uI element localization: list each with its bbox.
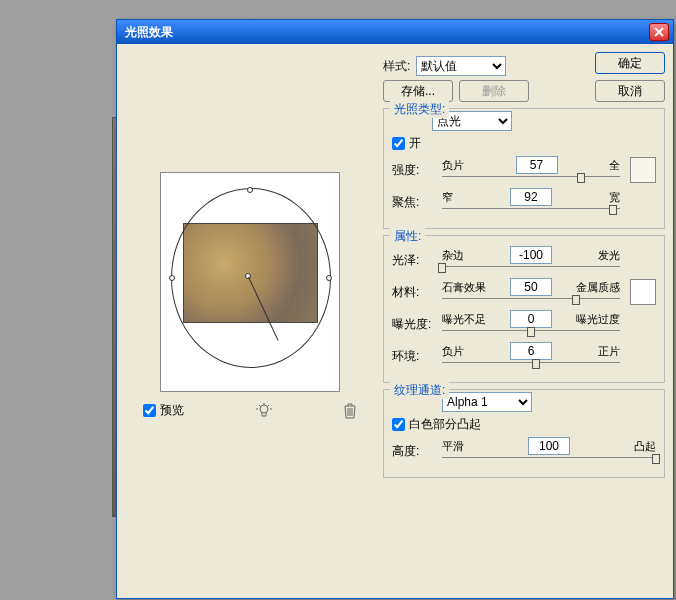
focus-left: 窄: [442, 190, 453, 205]
ambience-right: 正片: [598, 344, 620, 359]
intensity-slider[interactable]: [442, 176, 620, 184]
light-on-label: 开: [409, 135, 421, 152]
dialog-title: 光照效果: [125, 24, 649, 41]
light-on-checkbox[interactable]: 开: [392, 135, 656, 152]
focus-label: 聚焦:: [392, 194, 436, 211]
ambient-color-swatch[interactable]: [630, 279, 656, 305]
material-value[interactable]: [510, 278, 552, 296]
intensity-label: 强度:: [392, 162, 436, 179]
properties-legend: 属性:: [390, 228, 425, 245]
light-ellipse[interactable]: [171, 188, 331, 368]
preview-check-input[interactable]: [143, 404, 156, 417]
light-color-swatch[interactable]: [630, 157, 656, 183]
save-button[interactable]: 存储...: [383, 80, 453, 102]
focus-value[interactable]: [510, 188, 552, 206]
lighting-effects-dialog: 光照效果 预览: [116, 19, 674, 599]
exposure-slider[interactable]: [442, 330, 620, 338]
ambience-label: 环境:: [392, 348, 436, 365]
ok-button[interactable]: 确定: [595, 52, 665, 74]
intensity-right: 全: [609, 158, 620, 173]
ellipse-handle[interactable]: [169, 275, 175, 281]
ambience-value[interactable]: [510, 342, 552, 360]
titlebar[interactable]: 光照效果: [117, 20, 673, 44]
intensity-value[interactable]: [516, 156, 558, 174]
delete-light-icon[interactable]: [343, 403, 357, 419]
gloss-right: 发光: [598, 248, 620, 263]
gloss-label: 光泽:: [392, 252, 436, 269]
ambience-slider[interactable]: [442, 362, 620, 370]
preview-canvas[interactable]: [160, 172, 340, 392]
ellipse-handle[interactable]: [247, 187, 253, 193]
light-type-legend: 光照类型:: [390, 101, 449, 118]
gloss-left: 杂边: [442, 248, 464, 263]
close-icon: [654, 27, 664, 37]
material-slider[interactable]: [442, 298, 620, 306]
new-light-icon[interactable]: [256, 403, 272, 419]
height-value[interactable]: [528, 437, 570, 455]
style-select[interactable]: 默认值: [416, 56, 506, 76]
white-high-checkbox[interactable]: 白色部分凸起: [392, 416, 656, 433]
material-left: 石膏效果: [442, 280, 486, 295]
material-right: 金属质感: [576, 280, 620, 295]
texture-channel-select[interactable]: Alpha 1: [442, 392, 532, 412]
focus-slider[interactable]: [442, 208, 620, 216]
style-label: 样式:: [383, 58, 410, 75]
delete-button[interactable]: 删除: [459, 80, 529, 102]
texture-group: 纹理通道: Alpha 1 白色部分凸起 高度: 平滑: [383, 389, 665, 478]
height-left: 平滑: [442, 439, 464, 454]
svg-point-0: [260, 405, 268, 413]
cancel-button[interactable]: 取消: [595, 80, 665, 102]
texture-legend: 纹理通道:: [390, 382, 449, 399]
light-type-group: 光照类型: 点光 开 强度: 负片 全: [383, 108, 665, 229]
height-label: 高度:: [392, 443, 436, 460]
preview-checkbox[interactable]: 预览: [143, 402, 184, 419]
gloss-slider[interactable]: [442, 266, 620, 274]
white-high-input[interactable]: [392, 418, 405, 431]
exposure-label: 曝光度:: [392, 316, 436, 333]
height-right: 凸起: [634, 439, 656, 454]
light-on-input[interactable]: [392, 137, 405, 150]
exposure-value[interactable]: [510, 310, 552, 328]
properties-group: 属性: 光泽: 杂边 发光 材料:: [383, 235, 665, 383]
gloss-value[interactable]: [510, 246, 552, 264]
exposure-left: 曝光不足: [442, 312, 486, 327]
material-label: 材料:: [392, 284, 436, 301]
close-button[interactable]: [649, 23, 669, 41]
preview-label: 预览: [160, 402, 184, 419]
ambience-left: 负片: [442, 344, 464, 359]
height-slider[interactable]: [442, 457, 656, 465]
exposure-right: 曝光过度: [576, 312, 620, 327]
intensity-left: 负片: [442, 158, 464, 173]
focus-right: 宽: [609, 190, 620, 205]
ellipse-handle[interactable]: [326, 275, 332, 281]
white-high-label: 白色部分凸起: [409, 416, 481, 433]
